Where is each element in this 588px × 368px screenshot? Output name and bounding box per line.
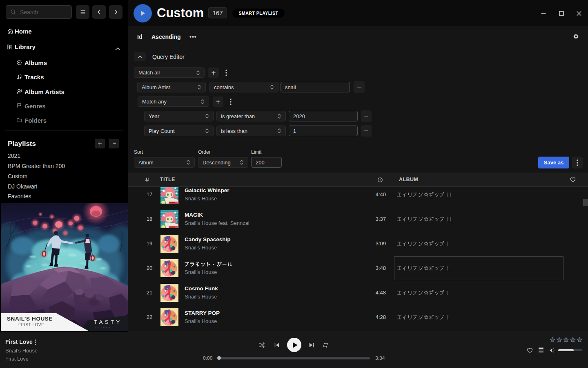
svg-text:SNAIL’S HOUSE: SNAIL’S HOUSE xyxy=(7,316,53,322)
svg-text:TASTY: TASTY xyxy=(94,319,122,325)
svg-text:FIRST LOVE: FIRST LOVE xyxy=(18,323,44,327)
svg-text:BSTAAXI: BSTAAXI xyxy=(95,326,114,329)
